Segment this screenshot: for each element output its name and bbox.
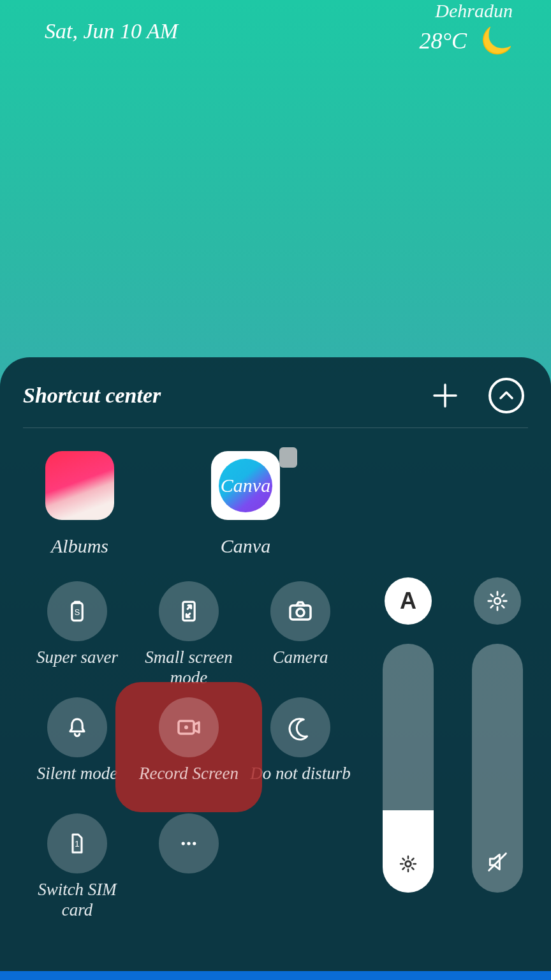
toggle-switch-sim[interactable]: 1 Switch SIM card bbox=[23, 813, 131, 922]
app-label: Albums bbox=[51, 535, 108, 557]
temperature-label: 28°C bbox=[420, 27, 467, 54]
status-left: Sat, Jun 10 AM bbox=[45, 0, 178, 43]
auto-brightness-button[interactable]: A bbox=[385, 577, 432, 625]
canva-icon: Canva bbox=[211, 451, 280, 520]
toggle-record-screen[interactable]: Record Screen bbox=[135, 697, 243, 806]
svg-text:S: S bbox=[75, 607, 80, 617]
auto-label: A bbox=[400, 588, 416, 614]
moon-icon bbox=[287, 714, 314, 741]
add-shortcut-button[interactable] bbox=[427, 378, 463, 413]
sliders-column: A bbox=[355, 577, 528, 926]
toggle-small-screen[interactable]: Small screen mode bbox=[135, 581, 243, 690]
toggle-label: Camera bbox=[273, 648, 328, 690]
bottom-bar bbox=[0, 971, 551, 980]
toggle-camera[interactable]: Camera bbox=[246, 581, 355, 690]
settings-button[interactable] bbox=[474, 577, 521, 625]
brightness-icon bbox=[397, 853, 419, 875]
volume-column bbox=[472, 577, 523, 893]
panel-header: Shortcut center bbox=[23, 378, 528, 428]
toggle-label: Do not disturb bbox=[250, 764, 351, 806]
svg-text:1: 1 bbox=[75, 839, 79, 849]
bell-icon bbox=[63, 713, 91, 741]
svg-point-11 bbox=[406, 861, 411, 867]
brightness-column: A bbox=[383, 577, 434, 893]
svg-point-4 bbox=[297, 609, 304, 616]
svg-point-9 bbox=[187, 842, 190, 845]
app-shortcut-canva[interactable]: Canva Canva bbox=[198, 451, 293, 557]
svg-point-12 bbox=[494, 598, 501, 604]
volume-slider[interactable] bbox=[472, 644, 523, 893]
app-shortcuts-row: Albums Canva Canva bbox=[23, 428, 528, 566]
gear-icon bbox=[485, 589, 510, 613]
plus-icon bbox=[430, 381, 460, 410]
albums-icon bbox=[45, 451, 114, 520]
shortcut-center-panel: Shortcut center Albums Canva Canva bbox=[0, 357, 551, 971]
status-right: Dehradun 28°C 🌙 bbox=[420, 0, 513, 56]
camera-icon bbox=[285, 596, 316, 627]
brightness-fill bbox=[383, 810, 434, 893]
expand-button[interactable] bbox=[489, 378, 524, 413]
chevron-up-icon bbox=[497, 387, 515, 405]
city-label: Dehradun bbox=[420, 0, 513, 22]
app-label: Canva bbox=[221, 535, 270, 557]
toggle-label: Silent mode bbox=[37, 764, 118, 806]
toggle-super-saver[interactable]: S Super saver bbox=[23, 581, 131, 690]
app-shortcut-albums[interactable]: Albums bbox=[32, 451, 128, 557]
toggle-label: Record Screen bbox=[139, 764, 239, 806]
canva-logo: Canva bbox=[219, 459, 272, 512]
brightness-slider[interactable] bbox=[383, 644, 434, 893]
battery-saver-icon: S bbox=[63, 597, 91, 625]
panel-title: Shortcut center bbox=[23, 383, 161, 408]
svg-point-6 bbox=[184, 725, 188, 729]
toggle-dnd[interactable]: Do not disturb bbox=[246, 697, 355, 806]
quick-toggles-grid: S Super saver Small screen mode Camera bbox=[23, 577, 355, 926]
lock-icon bbox=[279, 447, 297, 468]
toggle-label: Super saver bbox=[36, 648, 118, 690]
toggle-more[interactable] bbox=[135, 813, 243, 922]
small-screen-icon bbox=[175, 597, 203, 625]
svg-point-10 bbox=[193, 842, 196, 845]
sim-icon: 1 bbox=[64, 830, 91, 857]
svg-point-8 bbox=[182, 842, 185, 845]
mute-icon bbox=[485, 849, 510, 875]
moon-icon: 🌙 bbox=[481, 26, 513, 56]
more-icon bbox=[175, 830, 202, 857]
date-label: Sat, Jun 10 AM bbox=[45, 19, 178, 43]
record-screen-icon bbox=[173, 712, 204, 743]
toggle-label: Switch SIM card bbox=[23, 880, 131, 922]
